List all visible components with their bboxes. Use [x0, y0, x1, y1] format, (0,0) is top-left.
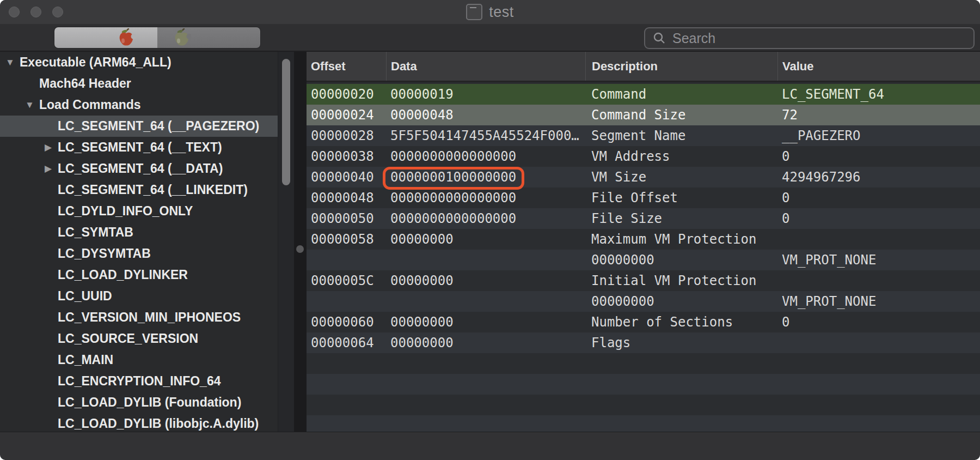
table-row[interactable]: 000000285F5F504147455A45524F000…Segment … — [307, 125, 980, 146]
table-row[interactable]: 0000002000000019CommandLC_SEGMENT_64 — [307, 84, 980, 105]
sidebar-item-label: LC_UUID — [58, 286, 278, 307]
segment-arm64-selected[interactable] — [54, 27, 157, 48]
cell-value: 0 — [777, 187, 980, 208]
column-header-description[interactable]: Description — [585, 52, 777, 81]
column-header-data[interactable]: Data — [386, 52, 585, 81]
cell-data: 00000000 — [386, 312, 585, 332]
sidebar-item[interactable]: LC_SOURCE_VERSION — [0, 328, 278, 349]
cell-value: __PAGEZERO — [777, 125, 980, 146]
sidebar-item-label: LC_SEGMENT_64 (__LINKEDIT) — [58, 179, 278, 201]
cell-data — [386, 250, 585, 270]
document-icon — [466, 4, 482, 20]
cell-data: 0000000000000000 — [386, 187, 585, 208]
chevron-expanded-icon[interactable]: ▼ — [5, 52, 15, 73]
cell-description: Initial VM Protection — [585, 270, 777, 291]
split-handle-dot[interactable] — [296, 245, 304, 253]
segment-arm64-alt[interactable] — [157, 27, 260, 48]
cell-value — [777, 229, 980, 250]
table-row[interactable]: 0000006400000000Flags — [307, 332, 980, 353]
sidebar-item[interactable]: LC_VERSION_MIN_IPHONEOS — [0, 307, 278, 328]
cell-description: VM Size — [585, 167, 777, 187]
sidebar-item[interactable]: LC_ENCRYPTION_INFO_64 — [0, 371, 278, 392]
cell-description: Segment Name — [585, 125, 777, 146]
sidebar-item[interactable]: ▼Load Commands — [0, 94, 278, 116]
chevron-collapsed-icon[interactable]: ▶ — [45, 137, 52, 158]
cell-offset: 00000064 — [307, 332, 386, 353]
sidebar-scrollbar-track[interactable] — [278, 52, 294, 432]
column-header-value[interactable]: Value — [777, 52, 980, 81]
cell-value: 0 — [777, 146, 980, 167]
sidebar-item[interactable]: LC_SYMTAB — [0, 222, 278, 243]
sidebar-item[interactable]: LC_LOAD_DYLINKER — [0, 264, 278, 286]
search-input[interactable] — [671, 30, 973, 47]
table-row[interactable]: 0000005C00000000Initial VM Protection — [307, 270, 980, 291]
table-row[interactable]: 0000002400000048Command Size72 — [307, 105, 980, 125]
table-row[interactable]: 000000400000000100000000VM Size429496729… — [307, 167, 980, 187]
sidebar-item[interactable]: LC_DYSYMTAB — [0, 243, 278, 264]
cell-value: VM_PROT_NONE — [777, 291, 980, 312]
table-rows: 0000002000000019CommandLC_SEGMENT_640000… — [307, 84, 980, 432]
sidebar-item-label: LC_LOAD_DYLINKER — [58, 264, 278, 286]
table-row[interactable]: 000000480000000000000000File Offset0 — [307, 187, 980, 208]
outline-tree: ▼Executable (ARM64_ALL)Mach64 Header▼Loa… — [0, 52, 278, 434]
cell-data: 0000000000000000 — [386, 208, 585, 229]
sidebar-item-label: LC_SOURCE_VERSION — [58, 328, 278, 349]
sidebar-item[interactable]: LC_LOAD_DYLIB (Foundation) — [0, 392, 278, 413]
search-field — [644, 27, 975, 49]
table-row[interactable]: 00000000VM_PROT_NONE — [307, 250, 980, 270]
olive-apple-icon — [173, 28, 191, 47]
cell-data — [386, 291, 585, 312]
sidebar-item[interactable]: LC_UUID — [0, 286, 278, 307]
cell-data: 00000019 — [386, 84, 585, 105]
cell-offset: 00000024 — [307, 105, 386, 125]
sidebar-item[interactable]: LC_SEGMENT_64 (__LINKEDIT) — [0, 179, 278, 201]
cell-value: LC_SEGMENT_64 — [777, 84, 980, 105]
sidebar-item-label: LC_SYMTAB — [58, 222, 278, 243]
sidebar-item-label: Mach64 Header — [39, 73, 278, 94]
window-title: test — [489, 4, 514, 21]
cell-data: 00000000 — [386, 332, 585, 353]
cell-value: 0 — [777, 312, 980, 332]
cell-description: File Size — [585, 208, 777, 229]
sidebar-item[interactable]: ▶LC_SEGMENT_64 (__DATA) — [0, 158, 278, 179]
cell-offset: 00000020 — [307, 84, 386, 105]
table-row[interactable]: 00000000VM_PROT_NONE — [307, 291, 980, 312]
sidebar-item-label: LC_LOAD_DYLIB (Foundation) — [58, 392, 278, 413]
column-header-offset[interactable]: Offset — [307, 52, 386, 81]
cell-offset: 00000058 — [307, 229, 386, 250]
toolbar — [0, 24, 980, 52]
sidebar-item[interactable]: ▼Executable (ARM64_ALL) — [0, 52, 278, 73]
table-row[interactable]: 000000500000000000000000File Size0 — [307, 208, 980, 229]
table-row[interactable]: 000000380000000000000000VM Address0 — [307, 146, 980, 167]
cell-offset: 00000048 — [307, 187, 386, 208]
chevron-collapsed-icon[interactable]: ▶ — [45, 158, 52, 179]
cell-offset: 00000040 — [307, 167, 386, 187]
cell-description: Command Size — [585, 105, 777, 125]
sidebar-scrollbar-thumb[interactable] — [282, 59, 290, 185]
cell-offset: 0000005C — [307, 270, 386, 291]
table-header: OffsetDataDescriptionValue — [307, 52, 980, 82]
cell-value — [777, 270, 980, 291]
sidebar-item[interactable]: ▶LC_SEGMENT_64 (__TEXT) — [0, 137, 278, 158]
title-bar: test — [0, 0, 980, 25]
cell-offset — [307, 250, 386, 270]
sidebar-item-label: LC_ENCRYPTION_INFO_64 — [58, 371, 278, 392]
cell-description: Command — [585, 84, 777, 105]
cell-description: Flags — [585, 332, 777, 353]
table-row[interactable]: 0000006000000000Number of Sections0 — [307, 312, 980, 332]
cell-offset: 00000050 — [307, 208, 386, 229]
sidebar-item[interactable]: LC_DYLD_INFO_ONLY — [0, 201, 278, 222]
cell-data: 0000000100000000 — [386, 167, 585, 187]
cell-value: 4294967296 — [777, 167, 980, 187]
sidebar-item-label: LC_DYLD_INFO_ONLY — [58, 201, 278, 222]
search-icon — [653, 32, 666, 45]
cell-description: File Offset — [585, 187, 777, 208]
table-row[interactable]: 0000005800000000Maximum VM Protection — [307, 229, 980, 250]
sidebar-item[interactable]: LC_SEGMENT_64 (__PAGEZERO) — [0, 116, 278, 137]
split-divider[interactable] — [294, 52, 307, 432]
sidebar-item[interactable]: Mach64 Header — [0, 73, 278, 94]
cell-data: 00000000 — [386, 229, 585, 250]
sidebar-item[interactable]: LC_MAIN — [0, 349, 278, 371]
chevron-expanded-icon[interactable]: ▼ — [25, 94, 34, 116]
sidebar-item-label: Load Commands — [39, 94, 278, 116]
